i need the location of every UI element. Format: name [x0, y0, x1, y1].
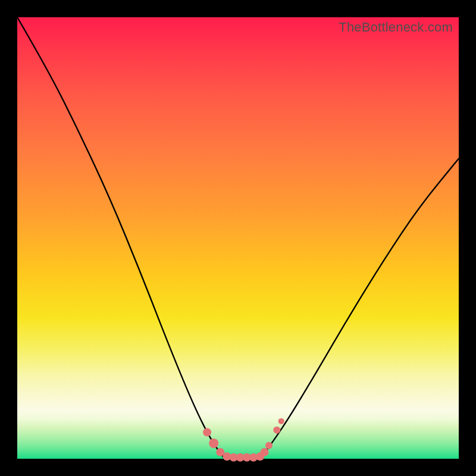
data-marker	[261, 448, 269, 456]
data-marker	[209, 439, 218, 448]
marker-group	[203, 418, 284, 462]
chart-svg	[17, 17, 459, 459]
curve-group	[17, 17, 459, 459]
data-marker	[203, 428, 211, 437]
data-marker	[265, 442, 273, 449]
plot-area: TheBottleneck.com	[17, 17, 459, 459]
bottleneck-curve	[17, 17, 459, 459]
chart-frame: TheBottleneck.com	[0, 0, 476, 476]
data-marker	[278, 418, 284, 424]
data-marker	[273, 427, 280, 434]
